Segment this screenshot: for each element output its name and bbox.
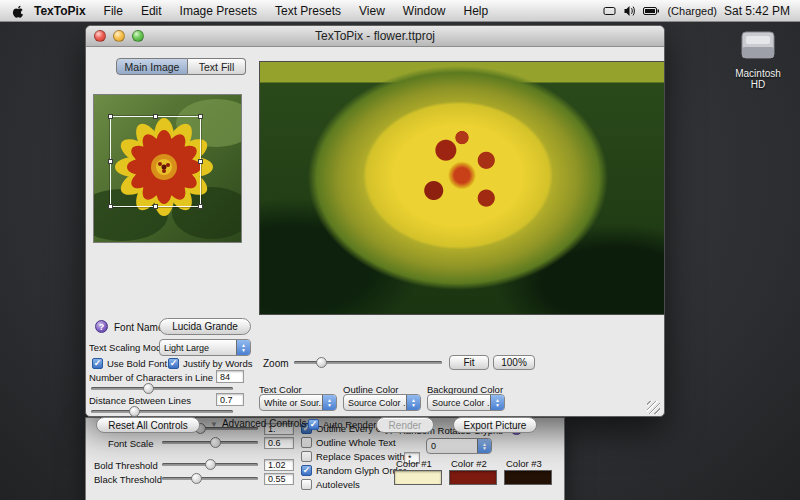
marquee-handle[interactable]	[153, 204, 158, 209]
menu-clock[interactable]: Sat 5:42 PM	[724, 4, 790, 18]
autolevels-checkbox[interactable]: Autolevels	[301, 479, 360, 490]
popup-arrows-icon	[477, 439, 491, 453]
desktop: TexToPix File Edit Image Presets Text Pr…	[0, 0, 800, 500]
apple-menu[interactable]	[0, 4, 32, 18]
black-threshold-label: Black Threshold	[94, 474, 162, 485]
random-glyph-order-checkbox[interactable]: Random Glyph Order	[301, 465, 406, 476]
background-color-popup[interactable]: Source Color ...	[427, 394, 505, 411]
menu-bar: TexToPix File Edit Image Presets Text Pr…	[0, 0, 800, 22]
popup-arrows-icon	[236, 340, 250, 355]
color-1-label: Color #1	[396, 458, 432, 469]
slider-thumb[interactable]	[316, 357, 327, 368]
slider-thumb[interactable]	[205, 459, 216, 470]
export-picture-label: Export Picture	[464, 420, 527, 431]
checkbox-box	[92, 358, 103, 369]
title-bar[interactable]: TexToPix - flower.ttproj	[86, 26, 664, 47]
disclosure-triangle-icon	[210, 418, 218, 429]
bold-threshold-slider[interactable]	[162, 459, 258, 470]
menu-item-view[interactable]: View	[350, 4, 394, 18]
marquee-handle[interactable]	[108, 114, 113, 119]
zoom-100-label: 100%	[501, 357, 527, 368]
text-scaling-popup[interactable]: Light Large	[159, 339, 251, 356]
black-threshold-slider[interactable]	[162, 473, 258, 484]
autolevels-label: Autolevels	[316, 479, 360, 490]
chars-per-line-slider[interactable]	[91, 383, 233, 394]
menu-item-window[interactable]: Window	[394, 4, 455, 18]
slider-thumb[interactable]	[143, 383, 154, 394]
distance-lines-value: 0.7	[220, 395, 233, 405]
chars-per-line-field[interactable]: 84	[216, 370, 244, 383]
distance-lines-field[interactable]: 0.7	[216, 393, 244, 406]
font-scale-field[interactable]: 0.6	[264, 437, 294, 449]
popup-arrows-icon	[322, 395, 336, 410]
render-button[interactable]: Render	[376, 417, 434, 433]
source-image-thumbnail[interactable]	[93, 94, 242, 243]
macintosh-hd[interactable]: Macintosh HD	[732, 30, 784, 90]
font-scale-value: 0.6	[268, 438, 281, 448]
font-scale-slider[interactable]	[162, 437, 258, 448]
textart-preview[interactable]: TexToPix Pictures that are talking by it…	[259, 61, 665, 315]
marquee-handle[interactable]	[108, 159, 113, 164]
use-bold-font-label: Use Bold Font	[107, 358, 167, 369]
export-picture-button[interactable]: Export Picture	[453, 417, 537, 433]
battery-icon[interactable]	[643, 5, 660, 17]
menu-item-help[interactable]: Help	[455, 4, 498, 18]
fit-button[interactable]: Fit	[449, 355, 489, 370]
zoom-button[interactable]	[132, 30, 144, 42]
window-content: Main Image Text Fill	[86, 46, 664, 416]
color-2-swatch[interactable]	[449, 470, 497, 485]
black-threshold-field[interactable]: 0.55	[264, 473, 294, 485]
tab-text-fill[interactable]: Text Fill	[188, 58, 246, 75]
window-title: TexToPix - flower.ttproj	[315, 29, 435, 43]
selection-marquee[interactable]	[110, 116, 201, 207]
volume-icon[interactable]	[623, 5, 636, 17]
color-3-swatch[interactable]	[504, 470, 552, 485]
auto-render-checkbox[interactable]: Auto Render	[308, 419, 376, 430]
advanced-controls-toggle[interactable]: Advanced Controls	[210, 418, 306, 429]
auto-render-label: Auto Render	[323, 419, 376, 430]
menu-item-text-presets[interactable]: Text Presets	[266, 4, 350, 18]
menu-item-file[interactable]: File	[95, 4, 132, 18]
minimize-button[interactable]	[113, 30, 125, 42]
marquee-handle[interactable]	[108, 204, 113, 209]
distance-lines-slider[interactable]	[91, 406, 233, 417]
replace-spaces-checkbox[interactable]: Replace Spaces with	[301, 451, 405, 462]
font-name-button[interactable]: Lucida Grande	[159, 318, 251, 335]
font-name-help-button[interactable]	[95, 320, 108, 333]
close-button[interactable]	[94, 30, 106, 42]
outline-color-popup[interactable]: Source Color ...	[343, 394, 421, 411]
zoom-100-button[interactable]: 100%	[493, 355, 535, 370]
display-menu-icon[interactable]	[603, 5, 616, 17]
marquee-handle[interactable]	[198, 159, 203, 164]
random-rotated-value: 0	[427, 439, 477, 453]
tab-main-image[interactable]: Main Image	[116, 58, 188, 75]
render-button-label: Render	[389, 420, 422, 431]
zoom-slider[interactable]	[294, 357, 442, 368]
marquee-handle[interactable]	[153, 114, 158, 119]
distance-lines-label: Distance Between Lines	[89, 395, 191, 406]
battery-status-label[interactable]: (Charged)	[667, 5, 717, 17]
text-scaling-value: Light Large	[160, 340, 236, 355]
slider-thumb[interactable]	[191, 473, 202, 484]
menu-item-app[interactable]: TexToPix	[32, 4, 95, 18]
slider-thumb[interactable]	[129, 406, 140, 417]
background-color-value: Source Color ...	[428, 395, 490, 410]
outline-color-value: Source Color ...	[344, 395, 406, 410]
slider-thumb[interactable]	[210, 437, 221, 448]
marquee-handle[interactable]	[198, 204, 203, 209]
menu-item-image-presets[interactable]: Image Presets	[171, 4, 266, 18]
bold-threshold-field[interactable]: 1.02	[264, 459, 294, 471]
random-rotated-popup[interactable]: 0	[426, 438, 492, 454]
textart-text: TexToPix Pictures that are talking by it…	[260, 62, 664, 314]
text-color-popup[interactable]: White or Sour...	[259, 394, 337, 411]
marquee-handle[interactable]	[198, 114, 203, 119]
reset-all-controls-button[interactable]: Reset All Controls	[96, 417, 200, 433]
resize-grip[interactable]	[647, 401, 660, 414]
tab-text-fill-label: Text Fill	[199, 61, 235, 73]
outline-whole-text-checkbox[interactable]: Outline Whole Text	[301, 437, 396, 448]
menu-item-edit[interactable]: Edit	[132, 4, 171, 18]
color-1-swatch[interactable]	[394, 470, 442, 485]
use-bold-font-checkbox[interactable]: Use Bold Font	[92, 358, 167, 369]
hard-disk-icon	[738, 30, 778, 62]
justify-by-words-checkbox[interactable]: Justify by Words	[168, 358, 253, 369]
